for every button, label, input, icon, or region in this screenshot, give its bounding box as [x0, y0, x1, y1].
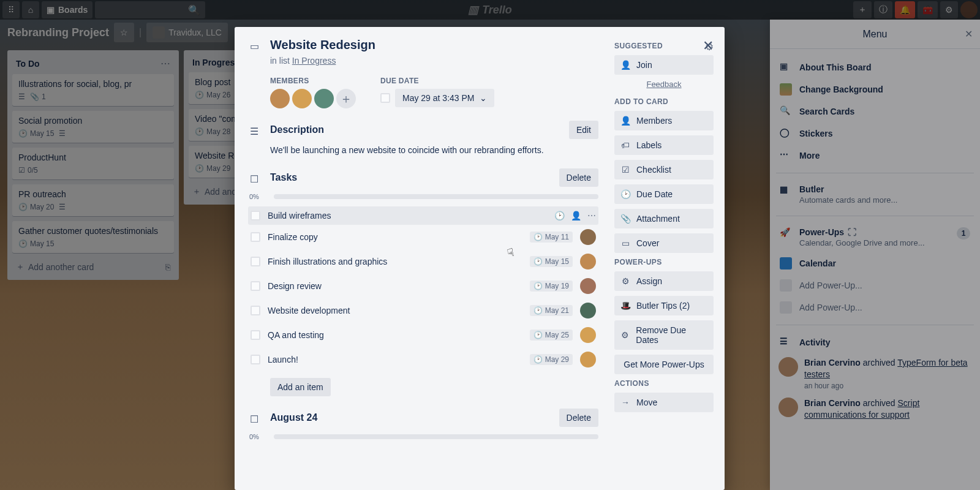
move-button[interactable]: →Move: [614, 393, 714, 412]
search-icon: 🔍: [780, 105, 792, 118]
menu-stickers[interactable]: ◯Stickers: [776, 123, 974, 145]
labels-button[interactable]: 🏷Labels: [614, 135, 714, 155]
member-avatar[interactable]: [314, 89, 334, 108]
home-icon[interactable]: ⌂: [22, 1, 39, 18]
edit-description-button[interactable]: Edit: [569, 121, 598, 139]
due-date-button[interactable]: May 29 at 3:43 PM ⌄: [395, 89, 494, 107]
member-avatar[interactable]: [270, 89, 290, 108]
create-button[interactable]: ＋: [853, 1, 872, 18]
checklist-button[interactable]: ☑Checklist: [614, 160, 714, 179]
list-link[interactable]: In Progress: [292, 56, 336, 66]
star-button[interactable]: ☆: [114, 23, 134, 42]
progress-percent: 0%: [249, 433, 268, 440]
assign-icon[interactable]: 👤: [571, 211, 581, 221]
assign-button[interactable]: ⚙Assign: [614, 271, 714, 291]
task-assignee-avatar[interactable]: [580, 327, 596, 343]
task-due-badge[interactable]: 🕑 May 11: [530, 232, 573, 243]
butler-tips-button[interactable]: 🎩Butler Tips (2): [614, 296, 714, 315]
task-assignee-avatar[interactable]: [580, 254, 596, 270]
task-due-badge[interactable]: 🕑 May 29: [530, 354, 573, 365]
task-assignee-avatar[interactable]: [580, 278, 596, 294]
powerups-label: POWER-UPS: [614, 258, 714, 266]
card[interactable]: Social promotion 🕑 May 15 ☰: [12, 111, 174, 143]
menu-add-powerup[interactable]: Add Power-Up...: [776, 296, 974, 318]
checklist-title[interactable]: August 24: [270, 412, 551, 423]
template-icon[interactable]: ⎘: [165, 262, 170, 272]
task-due-badge[interactable]: 🕑 May 15: [530, 256, 573, 267]
task-assignee-avatar[interactable]: [580, 229, 596, 245]
checklist-item[interactable]: QA and testing 🕑 May 25: [248, 323, 598, 347]
menu-more[interactable]: ⋯More: [776, 145, 974, 167]
team-button[interactable]: Travidux, LLC: [146, 23, 228, 42]
boards-button[interactable]: ▣ Boards: [42, 1, 92, 18]
description-icon: ☰: [59, 203, 66, 211]
add-checklist-item-button[interactable]: Add an item: [270, 378, 331, 396]
chevron-down-icon: ⌄: [480, 93, 487, 103]
close-icon[interactable]: ✕: [965, 28, 973, 40]
task-due-badge[interactable]: 🕑 May 21: [530, 305, 573, 316]
add-member-button[interactable]: ＋: [336, 89, 356, 108]
checklist-item[interactable]: Launch! 🕑 May 29: [248, 347, 598, 372]
placeholder-icon: [780, 279, 792, 292]
due-date-button[interactable]: 🕑Due Date: [614, 184, 714, 204]
due-complete-checkbox[interactable]: [380, 93, 390, 103]
settings-icon[interactable]: ⚙: [940, 1, 958, 18]
feedback-link[interactable]: Feedback: [614, 80, 714, 89]
checklist-item[interactable]: Website development 🕑 May 21: [248, 298, 598, 323]
task-checkbox[interactable]: [251, 281, 260, 291]
checklist-item[interactable]: Finalize copy 🕑 May 11: [248, 225, 598, 249]
menu-calendar[interactable]: Calendar: [776, 252, 974, 274]
members-button[interactable]: 👤Members: [614, 111, 714, 130]
task-assignee-avatar[interactable]: [580, 352, 596, 368]
notifications-icon[interactable]: 🔔: [895, 1, 915, 18]
info-icon[interactable]: ⓘ: [874, 1, 892, 18]
delete-checklist-button[interactable]: Delete: [559, 409, 598, 427]
menu-change-background[interactable]: Change Background: [776, 78, 974, 100]
task-due-badge[interactable]: 🕑 May 25: [530, 330, 573, 341]
apps-icon[interactable]: ⠿: [2, 1, 20, 18]
task-assignee-avatar[interactable]: [580, 303, 596, 318]
briefcase-icon[interactable]: 🧰: [918, 1, 938, 18]
card[interactable]: Illustrations for social, blog, pr ☰ 📎 1: [12, 74, 174, 106]
task-checkbox[interactable]: [251, 257, 260, 266]
list-title[interactable]: To Do: [16, 59, 40, 69]
menu-add-powerup[interactable]: Add Power-Up...: [776, 274, 974, 296]
item-menu-icon[interactable]: ⋯: [587, 211, 596, 221]
card[interactable]: ProductHunt ☑ 0/5: [12, 148, 174, 179]
menu-about[interactable]: ▣About This Board: [776, 56, 974, 78]
menu-search-cards[interactable]: 🔍Search Cards: [776, 100, 974, 123]
clock-icon[interactable]: 🕑: [554, 211, 565, 221]
attachment-button[interactable]: 📎Attachment: [614, 209, 714, 228]
task-checkbox[interactable]: [251, 232, 260, 242]
checklist-item[interactable]: Finish illustrations and graphics 🕑 May …: [248, 249, 598, 274]
join-button[interactable]: 👤Join: [614, 55, 714, 75]
add-card-button[interactable]: ＋Add another card ⎘: [12, 258, 174, 274]
checklist-item[interactable]: Build wireframes 🕑 👤 ⋯: [248, 206, 598, 225]
menu-powerups[interactable]: 🚀 Power-Ups⛶ Calendar, Google Drive and …: [776, 222, 974, 252]
menu-butler[interactable]: ▦ Butler Automate cards and more...: [776, 179, 974, 209]
member-avatar[interactable]: [292, 89, 312, 108]
search-input[interactable]: 🔍: [95, 1, 205, 18]
card[interactable]: PR outreach 🕑 May 20 ☰: [12, 184, 174, 216]
card[interactable]: Gather customer quotes/testimonials 🕑 Ma…: [12, 221, 174, 253]
user-avatar[interactable]: [960, 1, 978, 18]
close-icon[interactable]: ✕: [703, 38, 714, 54]
card-title[interactable]: Website Redesign: [270, 38, 375, 52]
task-checkbox[interactable]: [251, 355, 260, 364]
activity-item: Brian Cervino archived TypeForm for beta…: [776, 353, 974, 394]
description-text[interactable]: We'll be launching a new website to coin…: [270, 145, 598, 155]
task-checkbox[interactable]: [251, 211, 260, 221]
team-icon: [153, 26, 165, 39]
checklist-item[interactable]: Design review 🕑 May 19: [248, 274, 598, 298]
remove-due-dates-button[interactable]: ⚙Remove Due Dates: [614, 320, 714, 350]
task-checkbox[interactable]: [251, 330, 260, 340]
task-checkbox[interactable]: [251, 306, 260, 315]
cover-button[interactable]: ▭Cover: [614, 233, 714, 253]
checklist-title[interactable]: Tasks: [270, 172, 551, 183]
get-more-powerups-button[interactable]: Get More Power-Ups: [614, 355, 714, 374]
task-due-badge[interactable]: 🕑 May 19: [530, 281, 573, 292]
list-menu-icon[interactable]: ⋯: [160, 58, 170, 69]
butler-icon: 🎩: [620, 301, 630, 311]
list-title[interactable]: In Progress: [192, 58, 239, 67]
delete-checklist-button[interactable]: Delete: [559, 168, 598, 187]
